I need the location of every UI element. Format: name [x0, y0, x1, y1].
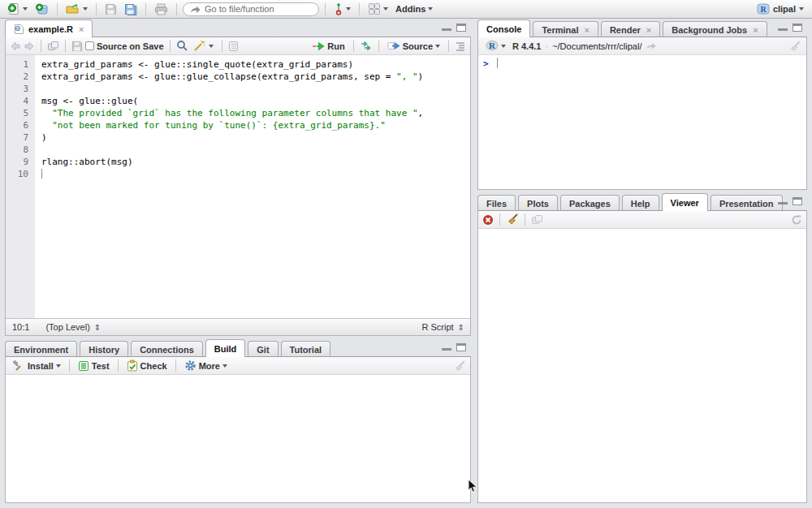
tab-packages[interactable]: Packages [560, 195, 620, 211]
install-button[interactable]: Install [10, 359, 63, 372]
tab-label: Connections [140, 345, 194, 355]
tab-build[interactable]: Build [205, 339, 246, 357]
code-text: extra_grid_params <- glue::glue_collapse… [35, 71, 423, 83]
source-on-save-checkbox[interactable] [85, 41, 94, 50]
chevron-down-icon [383, 7, 388, 11]
clear-broom-icon[interactable] [453, 360, 466, 372]
clean-broom-icon[interactable] [506, 213, 519, 226]
open-new-window-icon[interactable] [47, 41, 59, 51]
code-line[interactable]: 2extra_grid_params <- glue::glue_collaps… [6, 71, 470, 83]
project-menu-button[interactable]: R clipal [754, 2, 807, 15]
goto-directory-icon[interactable] [646, 41, 657, 50]
new-project-icon [35, 2, 49, 15]
tab-background-jobs[interactable]: Background Jobs× [663, 21, 767, 37]
pane-layout-button[interactable] [365, 2, 391, 16]
print-icon [154, 3, 168, 15]
maximize-icon[interactable] [793, 197, 802, 205]
code-editor[interactable]: 1extra_grid_params <- glue::single_quote… [6, 55, 470, 318]
tab-close-icon[interactable]: × [79, 24, 84, 34]
tab-close-icon[interactable]: × [753, 25, 758, 35]
console-tabstrip: ConsoleTerminal×Render×Background Jobs× [477, 19, 807, 37]
tab-label: Console [486, 24, 521, 34]
minimize-icon[interactable] [778, 198, 788, 204]
save-all-button[interactable] [122, 2, 140, 16]
minimize-icon[interactable] [442, 344, 451, 351]
code-line[interactable]: 10 [6, 168, 470, 180]
code-line[interactable]: 8 [6, 144, 470, 156]
more-label: More [199, 361, 220, 371]
source-button[interactable]: Source [385, 41, 443, 52]
document-outline-icon[interactable] [455, 41, 466, 51]
tab-help[interactable]: Help [622, 195, 659, 211]
clear-console-broom-icon[interactable] [788, 41, 801, 52]
r-version-menu-button[interactable]: R [483, 39, 508, 53]
forward-icon[interactable] [24, 41, 35, 51]
print-button[interactable] [152, 2, 171, 16]
rerun-icon[interactable] [360, 41, 373, 50]
refresh-icon[interactable] [791, 214, 802, 226]
maximize-icon[interactable] [793, 24, 802, 32]
console-input-area[interactable]: > [478, 55, 806, 189]
tab-console[interactable]: Console [477, 19, 530, 37]
open-new-window-icon[interactable] [531, 214, 543, 225]
code-line[interactable]: 1extra_grid_params <- glue::single_quote… [6, 58, 470, 71]
editor-box: Source on Save Run [5, 37, 471, 336]
tab-presentation[interactable]: Presentation [710, 195, 783, 211]
mouse-pointer [468, 479, 477, 495]
tab-plots[interactable]: Plots [518, 195, 558, 211]
code-line[interactable]: 5 "The provided `grid` has the following… [6, 107, 470, 119]
check-button[interactable]: Check [124, 359, 170, 372]
chevron-down-icon [56, 364, 61, 368]
tab-label: Git [257, 345, 269, 355]
cursor-position: 10:1 [12, 322, 29, 332]
new-file-button[interactable] [5, 2, 30, 16]
tab-close-icon[interactable]: × [584, 25, 589, 35]
tab-example-r[interactable]: Rexample.R× [5, 19, 93, 37]
code-line[interactable]: 7) [6, 131, 470, 144]
tab-git[interactable]: Git [248, 341, 278, 357]
scope-selector[interactable]: (Top Level) ⇕ [45, 322, 100, 332]
code-text: rlang::abort(msg) [35, 156, 133, 168]
new-project-button[interactable] [32, 2, 51, 16]
compile-report-icon[interactable] [228, 41, 239, 52]
more-button[interactable]: More [182, 359, 230, 372]
goto-file-input[interactable]: Go to file/function [183, 2, 319, 16]
line-number: 8 [6, 144, 35, 156]
code-tools-button[interactable] [191, 39, 216, 53]
save-icon[interactable] [71, 41, 83, 52]
back-icon[interactable] [10, 41, 21, 51]
tab-tutorial[interactable]: Tutorial [281, 341, 331, 357]
checklist-icon [78, 360, 89, 372]
maximize-icon[interactable] [456, 343, 466, 351]
minimize-icon[interactable] [778, 24, 788, 31]
run-button[interactable]: Run [309, 41, 347, 52]
test-button[interactable]: Test [76, 359, 112, 372]
find-replace-icon[interactable] [176, 40, 188, 52]
filetype-selector[interactable]: R Script ⇕ [421, 322, 464, 332]
code-text [35, 83, 41, 95]
code-line[interactable]: 6 "not been marked for tuning by `tune()… [6, 119, 470, 131]
save-button[interactable] [102, 2, 119, 16]
tab-viewer[interactable]: Viewer [662, 193, 708, 211]
line-number: 4 [6, 95, 35, 107]
svg-text:R: R [16, 26, 19, 31]
tab-close-icon[interactable]: × [646, 25, 651, 35]
version-control-button[interactable] [331, 2, 353, 16]
tab-terminal[interactable]: Terminal× [533, 21, 598, 37]
tab-history[interactable]: History [80, 341, 128, 357]
tab-render[interactable]: Render× [601, 21, 660, 37]
code-line[interactable]: 4msg <- glue::glue( [6, 95, 470, 107]
maximize-icon[interactable] [456, 24, 466, 32]
open-file-button[interactable] [63, 2, 90, 16]
chevron-down-icon [222, 364, 227, 368]
tab-environment[interactable]: Environment [5, 341, 77, 357]
code-line[interactable]: 9rlang::abort(msg) [6, 156, 470, 168]
addins-button[interactable]: Addins [393, 3, 435, 15]
new-file-icon [7, 2, 20, 15]
tab-connections[interactable]: Connections [131, 341, 203, 357]
code-line[interactable]: 3 [6, 83, 470, 95]
minimize-icon[interactable] [442, 24, 451, 31]
tab-files[interactable]: Files [477, 195, 516, 211]
stop-clear-icon[interactable] [482, 214, 494, 226]
toolbar-divider [175, 359, 176, 372]
